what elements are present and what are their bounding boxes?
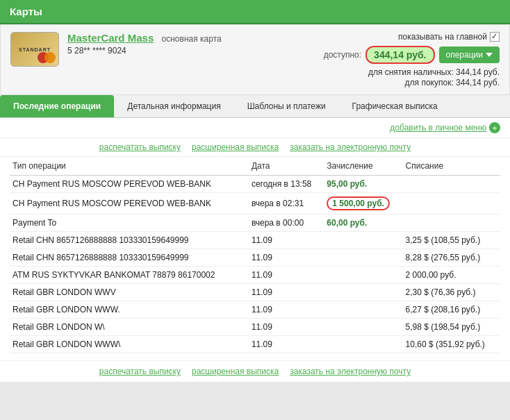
page-title: Карты [10,6,42,17]
cell-date: 11.09 [249,267,324,284]
operations-button[interactable]: операции [439,47,500,63]
table-row: Retail GBR LONDON WWV11.092,30 $ (76,36 … [10,284,500,301]
cash-info: для снятия наличных: 344,14 руб. для пок… [368,67,500,87]
card-info: MasterCard Mass основная карта 5 28** **… [67,32,222,56]
cell-type: CH Payment RUS MOSCOW PEREVOD WEB-BANK [10,193,249,215]
cell-date: 11.09 [249,319,324,336]
extended-link-bottom[interactable]: расширенная выписка [192,367,279,376]
print-link-top[interactable]: распечатать выписку [99,142,181,152]
col-header-type: Тип операции [10,157,249,176]
tab-recent[interactable]: Последние операции [0,95,114,117]
email-link-bottom[interactable]: заказать на электронную почту [290,367,411,376]
cell-type: ATM RUS SYKTYVKAR BANKOMAT 78879 8617000… [10,267,249,284]
table-row: Retail GBR LONDON WWW\11.0910,60 $ (351,… [10,336,500,353]
table-row: Payment Toвчера в 00:0060,00 руб. [10,215,500,232]
purchase-row: для покупок: 344,14 руб. [368,78,500,87]
tabs-row: Последние операции Детальная информация … [0,95,510,118]
available-label: доступно: [324,50,361,60]
purchase-label: для покупок: [405,78,454,87]
card-number: 5 28** **** 9024 [67,46,222,56]
card-left: STANDART MasterCard Mass основная карта … [10,32,222,67]
cell-credit [324,249,402,267]
card-standart-label: STANDART [19,47,51,52]
table-header-row: Тип операции Дата Зачисление Списание [10,157,500,176]
cell-date: 11.09 [249,232,324,249]
card-image: STANDART [10,32,59,67]
table-row: CH Payment RUS MOSCOW PEREVOD WEB-BANKсе… [10,176,500,193]
cell-date: 11.09 [249,336,324,353]
dropdown-arrow-icon [486,53,493,57]
cell-credit [324,336,402,353]
cash-label: для снятия наличных: [368,67,454,77]
cell-date: 11.09 [249,249,324,267]
actions-row: добавить в личное меню + [0,118,510,138]
cell-debit [403,176,500,193]
operations-table: Тип операции Дата Зачисление Списание CH… [10,157,500,353]
cell-debit: 6,27 $ (208,16 руб.) [403,301,500,319]
table-row: ATM RUS SYKTYVKAR BANKOMAT 78879 8617000… [10,267,500,284]
table-row: Retail GBR LONDON W\11.095,98 $ (198,54 … [10,319,500,336]
table-row: Retail GBR LONDON WWW.11.096,27 $ (208,1… [10,301,500,319]
available-amount: 344,14 руб. [365,46,434,64]
card-section: STANDART MasterCard Mass основная карта … [0,24,510,95]
show-main-text: показывать на главной [398,32,487,42]
cell-date: 11.09 [249,284,324,301]
card-main-label: основная карта [162,34,222,44]
cell-type: Retail GBR LONDON W\ [10,319,249,336]
table-row: Retail CHN 8657126888888 103330159649999… [10,232,500,249]
purchase-amount: 344,14 руб. [456,78,500,87]
available-row: доступно: 344,14 руб. операции [324,46,500,64]
card-right: показывать на главной доступно: 344,14 р… [324,32,500,87]
plus-icon: + [489,122,500,133]
cell-type: Payment To [10,215,249,232]
table-row: Retail CHN 8657126888888 103330159649999… [10,249,500,267]
extended-link-top[interactable]: расширенная выписка [192,142,279,152]
email-link-top[interactable]: заказать на электронную почту [290,142,411,152]
card-name-link[interactable]: MasterCard Mass [67,32,154,44]
col-header-debit: Списание [403,157,500,176]
top-bar: Карты [0,0,510,24]
cell-type: Retail GBR LONDON WWW\ [10,336,249,353]
tab-detail[interactable]: Детальная информация [114,95,233,117]
cell-debit: 5,98 $ (198,54 руб.) [403,319,500,336]
cell-credit: 60,00 руб. [324,215,402,232]
cell-debit [403,215,500,232]
cell-debit: 8,28 $ (276,55 руб.) [403,249,500,267]
tab-chart[interactable]: Графическая выписка [339,95,451,117]
mastercard-logo [38,52,56,63]
show-main-row: показывать на главной [398,32,500,42]
print-link-bottom[interactable]: распечатать выписку [99,367,181,376]
cell-debit: 10,60 $ (351,92 руб.) [403,336,500,353]
cell-credit [324,267,402,284]
tab-templates[interactable]: Шаблоны и платежи [234,95,339,117]
cell-date: вчера в 02:31 [249,193,324,215]
cell-credit [324,301,402,319]
add-menu-link[interactable]: добавить в личное меню + [390,122,500,133]
col-header-credit: Зачисление [324,157,402,176]
cell-date: сегодня в 13:58 [249,176,324,193]
cell-credit [324,319,402,336]
show-main-checkbox[interactable] [490,32,500,42]
cell-debit: 2 000,00 руб. [403,267,500,284]
cell-debit [403,193,500,215]
cell-credit: 95,00 руб. [324,176,402,193]
add-menu-text: добавить в личное меню [390,123,486,133]
table-wrapper: Тип операции Дата Зачисление Списание CH… [0,157,510,360]
operations-label: операции [446,50,483,60]
cell-credit [324,284,402,301]
cash-amount: 344,14 руб. [456,67,500,77]
cell-debit: 2,30 $ (76,36 руб.) [403,284,500,301]
cell-type: Retail GBR LONDON WWW. [10,301,249,319]
mc-circle-orange [44,52,56,63]
cell-type: Retail GBR LONDON WWV [10,284,249,301]
cell-date: вчера в 00:00 [249,215,324,232]
table-row: CH Payment RUS MOSCOW PEREVOD WEB-BANKвч… [10,193,500,215]
cell-type: CH Payment RUS MOSCOW PEREVOD WEB-BANK [10,176,249,193]
cell-date: 11.09 [249,301,324,319]
card-name-row: MasterCard Mass основная карта [67,32,222,44]
cell-type: Retail CHN 8657126888888 103330159649999 [10,249,249,267]
cell-type: Retail CHN 8657126888888 103330159649999 [10,232,249,249]
col-header-date: Дата [249,157,324,176]
bottom-links-row: распечатать выписку расширенная выписка … [0,360,510,382]
cell-credit [324,232,402,249]
